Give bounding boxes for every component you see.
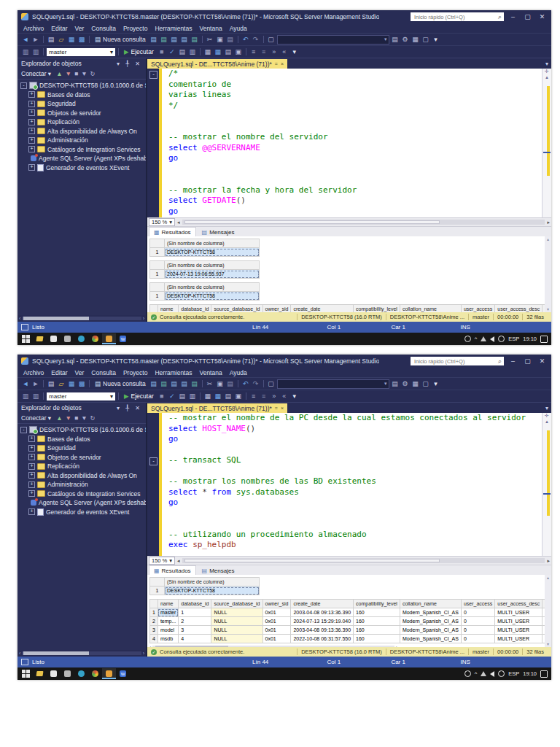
grid-cell[interactable]: 2022-10-08 06:31:57.550: [291, 635, 354, 643]
redo-icon[interactable]: ↷: [252, 35, 260, 44]
expander-icon[interactable]: +: [28, 128, 35, 134]
network-icon[interactable]: [481, 671, 486, 676]
redo-icon[interactable]: ↷: [252, 379, 260, 388]
minimize-button[interactable]: –: [508, 13, 518, 20]
new-db-query-icon-1[interactable]: ▤: [149, 35, 158, 44]
grid-cell[interactable]: 4: [179, 635, 211, 643]
window-layout-icon[interactable]: ▢: [421, 35, 430, 44]
execute-button[interactable]: ▶Ejecutar: [122, 48, 156, 55]
grid-cell[interactable]: DESKTOP-KTTCT58: [165, 248, 260, 257]
editor-scrollbar-map[interactable]: ✛▴: [542, 69, 551, 217]
tree-item-folder[interactable]: +Catálogos de Integration Services: [18, 145, 146, 155]
menu-consulta[interactable]: Consulta: [88, 25, 120, 32]
volume-icon[interactable]: [490, 336, 494, 342]
expander-icon[interactable]: +: [28, 109, 35, 116]
grid-cell[interactable]: MULTI_USER: [495, 608, 542, 617]
expander-icon[interactable]: +: [28, 146, 35, 152]
taskbar-app-file-explorer[interactable]: [33, 668, 47, 679]
ime-icon[interactable]: [498, 670, 505, 677]
menu-editar[interactable]: Editar: [47, 369, 71, 376]
tab-list-chevron-icon[interactable]: ▾: [545, 405, 551, 413]
grid-cell[interactable]: NULL: [211, 635, 262, 643]
taskbar-app-media-app[interactable]: [61, 668, 74, 679]
grid-cell[interactable]: 3: [179, 626, 211, 635]
expander-icon[interactable]: +: [28, 463, 35, 470]
expander-icon[interactable]: +: [28, 454, 35, 460]
new-db-query-icon-5[interactable]: ▤: [190, 379, 199, 388]
explorer-horizontal-scrollbar[interactable]: ‹›: [18, 650, 146, 657]
taskbar-app-media-app[interactable]: [61, 333, 74, 344]
panel-window-buttons[interactable]: ▾ ╀ ✕: [117, 61, 142, 67]
stop-icon[interactable]: ■: [73, 70, 79, 77]
taskbar-app-phone-link[interactable]: [47, 668, 61, 679]
action-center-icon[interactable]: [540, 670, 548, 678]
disconnect-icon[interactable]: ▼: [64, 70, 73, 77]
grid-cell[interactable]: Modern_Spanish_CI_AS: [400, 608, 461, 617]
quick-launch-input[interactable]: [413, 13, 498, 21]
save-all-icon[interactable]: ▩: [77, 379, 86, 388]
open-file-icon[interactable]: ▱: [57, 379, 66, 388]
grid-cell[interactable]: msdb: [158, 635, 178, 643]
grid-cell[interactable]: 160: [354, 635, 400, 643]
menu-ayuda[interactable]: Ayuda: [226, 25, 251, 32]
document-tab[interactable]: SQLQuery1.sql - DE...TTCT58\Anime (71))*…: [147, 59, 287, 69]
editor-scrollbar-map[interactable]: ✛▴: [542, 413, 551, 556]
grid-cell[interactable]: 1: [179, 608, 211, 617]
menu-editar[interactable]: Editar: [47, 25, 71, 32]
tree-item-agent[interactable]: Agente SQL Server (Agent XPs deshabilita…: [18, 498, 146, 508]
network-icon[interactable]: [481, 336, 486, 341]
tree-item-folder[interactable]: +Replicación: [18, 117, 146, 127]
tab-resultados[interactable]: ▦Resultados: [149, 227, 196, 236]
tree-item-folder[interactable]: +Bases de datos: [18, 435, 146, 444]
expander-icon[interactable]: +: [28, 436, 35, 442]
new-project-icon[interactable]: ▤: [47, 379, 55, 388]
grid-cell[interactable]: 2024-07-13 19:06:55.937: [165, 270, 260, 279]
tree-item-folder[interactable]: +Seguridad: [18, 444, 146, 453]
query-options-icon[interactable]: ▦: [203, 47, 212, 56]
grid-cell[interactable]: 0: [461, 626, 494, 635]
tab-mensajes[interactable]: ▤Mensajes: [198, 228, 239, 236]
document-tab[interactable]: SQLQuery1.sql - DE...TTCT58\Anime (71))*…: [147, 403, 287, 413]
pin-icon[interactable]: =: [275, 406, 278, 411]
editor-horizontal-scrollbar[interactable]: [182, 220, 545, 225]
estimated-plan-icon[interactable]: ▤: [178, 47, 187, 56]
results-grid-icon[interactable]: ▦: [214, 47, 222, 56]
nav-back-icon[interactable]: ◄: [21, 379, 30, 388]
solution-explorer-icon[interactable]: ▤: [391, 379, 400, 388]
tree-item-folder[interactable]: +Administración: [18, 136, 146, 145]
tree-item-folder[interactable]: +Alta disponibilidad de Always On: [18, 471, 146, 481]
grid-cell[interactable]: 0: [461, 617, 494, 626]
connect-button[interactable]: Conectar ▾: [21, 414, 51, 422]
tab-close-icon[interactable]: ×: [281, 61, 284, 66]
filter-icon[interactable]: ▼: [79, 70, 88, 77]
outdent-icon[interactable]: «: [280, 392, 289, 400]
taskbar-app-edge-browser[interactable]: [74, 333, 88, 344]
menu-archivo[interactable]: Archivo: [20, 369, 47, 376]
connect-icon[interactable]: ▲: [55, 414, 63, 422]
close-button[interactable]: ✕: [537, 13, 548, 20]
menu-ventana[interactable]: Ventana: [195, 369, 225, 376]
query-toolbar-overflow-chevron[interactable]: ▾: [290, 47, 299, 56]
taskbar-app-ssms[interactable]: [102, 668, 116, 679]
window-icon[interactable]: ▢: [267, 379, 276, 388]
query-options-icon[interactable]: ▦: [203, 392, 212, 400]
tree-item-folder[interactable]: +Alta disponibilidad de Always On: [18, 127, 146, 136]
expander-icon[interactable]: -: [20, 82, 27, 89]
tree-item-folder[interactable]: +Bases de datos: [18, 90, 146, 100]
database-combobox[interactable]: master▾: [47, 48, 115, 56]
results-text-icon[interactable]: ▤: [224, 47, 233, 56]
grid-cell[interactable]: 2003-04-08 09:13:36.390: [291, 608, 354, 617]
quick-launch-search[interactable]: ⌕: [411, 12, 504, 21]
grid-cell[interactable]: DESKTOP-KTTCT58: [165, 292, 260, 301]
expander-icon[interactable]: +: [28, 119, 35, 125]
save-all-icon[interactable]: ▩: [77, 35, 86, 44]
save-results-icon[interactable]: ▣: [234, 47, 243, 56]
save-results-icon[interactable]: ▣: [234, 392, 243, 400]
toolbox-icon[interactable]: ▦: [411, 379, 420, 388]
grid-cell[interactable]: 0: [461, 608, 494, 617]
tree-item-server[interactable]: -DESKTOP-KTTCT58 (16.0.1000.6 de SQL Ser…: [18, 81, 146, 90]
taskbar-app-chrome-browser[interactable]: [88, 668, 102, 679]
copy-icon[interactable]: ▣: [216, 35, 225, 44]
grid-cell[interactable]: 0x01: [262, 626, 291, 635]
expander-icon[interactable]: +: [28, 490, 35, 497]
